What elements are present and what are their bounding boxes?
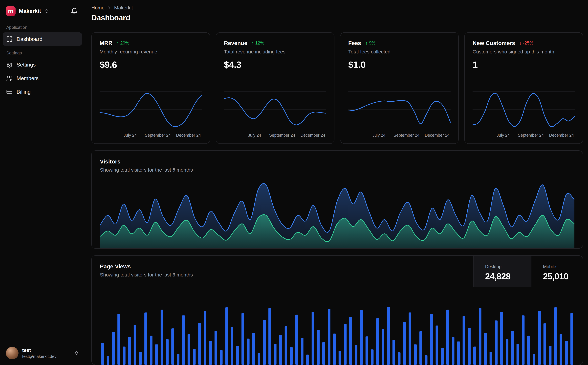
axis-tick: December 24 (176, 133, 201, 138)
toggle-label: Mobile (543, 264, 579, 269)
stat-card-revenue: Revenue ↑ 12% Total revenue including fe… (216, 32, 334, 144)
user-name: test (22, 347, 56, 353)
x-axis-labels: July 24 September 24 December 24 (348, 133, 450, 139)
stat-subtitle: Customers who signed up this month (473, 49, 575, 55)
visitors-area-chart (100, 180, 574, 249)
trend-value: -25% (523, 41, 533, 46)
stat-cards-row: MRR ↑ 20% Monthly recurring revenue $9.6… (91, 32, 583, 144)
revenue-sparkline-chart (224, 90, 326, 131)
toggle-label: Desktop (485, 264, 528, 269)
user-meta: test test@makerkit.dev (22, 347, 56, 359)
users-icon (6, 75, 13, 81)
trend-up-icon: ↑ (252, 41, 254, 46)
chevron-right-icon (107, 5, 112, 10)
desktop-toggle-button[interactable]: Desktop 24,828 (473, 256, 531, 287)
chevrons-up-down-icon (44, 9, 49, 14)
breadcrumb: Home Makerkit (91, 5, 583, 11)
chevrons-up-down-icon (74, 351, 79, 356)
stat-subtitle: Total fees collected (348, 49, 450, 55)
logo-letter: m (8, 8, 14, 15)
sidebar-item-label: Dashboard (17, 36, 42, 42)
sidebar-item-settings[interactable]: Settings (3, 58, 82, 71)
stat-card-new-customers: New Customers ↓ -25% Customers who signe… (464, 32, 583, 144)
page-views-subtitle: Showing total visitors for the last 3 mo… (100, 272, 465, 278)
stat-card-mrr: MRR ↑ 20% Monthly recurring revenue $9.6… (91, 32, 210, 144)
sidebar-item-dashboard[interactable]: Dashboard (3, 32, 82, 46)
page-views-title: Page Views (100, 263, 465, 270)
sidebar-item-label: Settings (17, 62, 36, 68)
sidebar-nav: Application Dashboard Settings Settings … (0, 20, 85, 99)
gear-icon (6, 62, 13, 68)
sidebar-item-billing[interactable]: Billing (3, 85, 82, 99)
page-views-header: Page Views Showing total visitors for th… (92, 256, 583, 287)
page-title: Dashboard (91, 13, 583, 22)
user-avatar (6, 347, 19, 359)
stat-value: $9.6 (100, 59, 202, 70)
main-content: Home Makerkit Dashboard MRR ↑ 20% Monthl… (85, 0, 588, 365)
axis-tick: September 24 (145, 133, 171, 138)
nav-section-label-application: Application (3, 20, 82, 32)
sidebar-item-label: Members (17, 75, 39, 81)
axis-tick: December 24 (425, 133, 450, 138)
axis-tick: December 24 (300, 133, 325, 138)
nav-section-label-settings: Settings (3, 46, 82, 58)
axis-tick: July 24 (124, 133, 137, 138)
stat-title: Revenue (224, 40, 248, 46)
sidebar-item-members[interactable]: Members (3, 71, 82, 85)
breadcrumb-current: Makerkit (114, 5, 133, 11)
dashboard-icon (6, 36, 13, 42)
app-logo: m (6, 6, 15, 16)
new-customers-sparkline-chart (473, 90, 575, 131)
credit-card-icon (6, 89, 13, 95)
stat-card-fees: Fees ↑ 9% Total fees collected $1.0 July… (340, 32, 459, 144)
breadcrumb-home-link[interactable]: Home (91, 5, 104, 11)
stat-value: 1 (473, 59, 575, 70)
sidebar-item-label: Billing (17, 89, 31, 95)
bell-icon (71, 8, 78, 14)
x-axis-labels: July 24 September 24 December 24 (100, 133, 202, 139)
visitors-subtitle: Showing total visitors for the last 6 mo… (100, 167, 574, 173)
trend-up-icon: ↑ (365, 41, 368, 46)
page-views-bar-chart (100, 292, 574, 365)
trend-badge: ↑ 12% (252, 41, 264, 46)
axis-tick: July 24 (248, 133, 261, 138)
notifications-button[interactable] (69, 6, 79, 16)
stat-subtitle: Monthly recurring revenue (100, 49, 202, 55)
stat-subtitle: Total revenue including fees (224, 49, 326, 55)
fees-sparkline-chart (348, 90, 450, 131)
axis-tick: September 24 (269, 133, 295, 138)
stat-title: New Customers (473, 40, 515, 46)
trend-badge: ↑ 9% (365, 41, 375, 46)
user-menu[interactable]: test test@makerkit.dev (0, 342, 85, 365)
trend-badge: ↑ 20% (117, 41, 129, 46)
workspace-switcher[interactable]: m Makerkit (0, 0, 85, 20)
visitors-card: Visitors Showing total visitors for the … (91, 150, 583, 249)
axis-tick: September 24 (394, 133, 419, 138)
app-root: m Makerkit Application Dashboard Setting… (0, 0, 588, 365)
trend-value: 12% (255, 41, 264, 46)
toggle-value: 25,010 (543, 271, 579, 281)
axis-tick: July 24 (497, 133, 510, 138)
trend-badge: ↓ -25% (519, 41, 533, 46)
stat-value: $1.0 (348, 59, 450, 70)
axis-tick: July 24 (372, 133, 385, 138)
stat-title: Fees (348, 40, 361, 46)
mobile-toggle-button[interactable]: Mobile 25,010 (531, 256, 583, 287)
x-axis-labels: July 24 September 24 December 24 (473, 133, 575, 139)
visitors-title: Visitors (100, 158, 574, 165)
axis-tick: December 24 (549, 133, 574, 138)
page-views-card: Page Views Showing total visitors for th… (91, 255, 583, 365)
axis-tick: September 24 (518, 133, 544, 138)
stat-title: MRR (100, 40, 112, 46)
user-email: test@makerkit.dev (22, 354, 56, 359)
trend-value: 9% (369, 41, 375, 46)
x-axis-labels: July 24 September 24 December 24 (224, 133, 326, 139)
trend-down-icon: ↓ (519, 41, 522, 46)
trend-value: 20% (120, 41, 129, 46)
sidebar: m Makerkit Application Dashboard Setting… (0, 0, 85, 365)
stat-value: $4.3 (224, 59, 326, 70)
toggle-value: 24,828 (485, 271, 528, 281)
workspace-name: Makerkit (19, 8, 41, 14)
mrr-sparkline-chart (100, 90, 202, 131)
trend-up-icon: ↑ (117, 41, 119, 46)
